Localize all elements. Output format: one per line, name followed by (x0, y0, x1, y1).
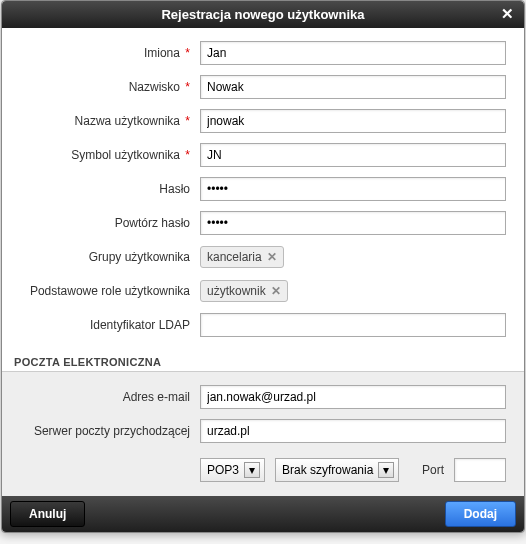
tag-remove-icon[interactable]: ✕ (271, 284, 281, 298)
required-mark: * (185, 80, 190, 94)
row-incoming-opts: POP3 ▾ Brak szyfrowania ▾ Port (20, 452, 506, 492)
nazwisko-input[interactable] (200, 75, 506, 99)
encryption-selected: Brak szyfrowania (282, 463, 373, 477)
required-mark: * (185, 148, 190, 162)
chevron-down-icon: ▾ (378, 462, 394, 478)
submit-button[interactable]: Dodaj (445, 501, 516, 527)
required-mark: * (185, 46, 190, 60)
protocol-selected: POP3 (207, 463, 239, 477)
dialog-footer: Anuluj Dodaj (2, 496, 524, 532)
label-email: Adres e-mail (20, 390, 200, 404)
label-role: Podstawowe role użytkownika (20, 284, 200, 298)
dialog-title: Rejestracja nowego użytkownika (161, 7, 364, 22)
row-role: Podstawowe role użytkownika użytkownik ✕ (20, 278, 506, 304)
row-imiona: Imiona * (20, 40, 506, 66)
dialog: Rejestracja nowego użytkownika ✕ Imiona … (1, 0, 525, 533)
haslo-input[interactable] (200, 177, 506, 201)
email-input[interactable] (200, 385, 506, 409)
tag-grupy[interactable]: kancelaria ✕ (200, 246, 284, 268)
login-input[interactable] (200, 109, 506, 133)
protocol-select[interactable]: POP3 ▾ (200, 458, 265, 482)
row-nazwisko: Nazwisko * (20, 74, 506, 100)
port-label: Port (422, 463, 444, 477)
tag-role[interactable]: użytkownik ✕ (200, 280, 288, 302)
label-grupy: Grupy użytkownika (20, 250, 200, 264)
chevron-down-icon: ▾ (244, 462, 260, 478)
label-haslo: Hasło (20, 182, 200, 196)
row-email: Adres e-mail (20, 384, 506, 410)
label-login: Nazwa użytkownika * (20, 114, 200, 128)
row-ldap: Identyfikator LDAP (20, 312, 506, 338)
label-imiona: Imiona * (20, 46, 200, 60)
row-symbol: Symbol użytkownika * (20, 142, 506, 168)
tag-remove-icon[interactable]: ✕ (267, 250, 277, 264)
symbol-input[interactable] (200, 143, 506, 167)
close-icon[interactable]: ✕ (501, 5, 514, 23)
label-incoming: Serwer poczty przychodzącej (20, 424, 200, 438)
label-nazwisko: Nazwisko * (20, 80, 200, 94)
imiona-input[interactable] (200, 41, 506, 65)
tag-text: kancelaria (207, 250, 262, 264)
ldap-input[interactable] (200, 313, 506, 337)
section-header-email: POCZTA ELEKTRONICZNA (2, 350, 524, 372)
label-symbol: Symbol użytkownika * (20, 148, 200, 162)
dialog-content: Imiona * Nazwisko * Nazwa użytkownika * (2, 28, 524, 496)
row-haslo2: Powtórz hasło (20, 210, 506, 236)
required-mark: * (185, 114, 190, 128)
section-body-email: Adres e-mail Serwer poczty przychodzącej (2, 372, 524, 496)
haslo2-input[interactable] (200, 211, 506, 235)
row-haslo: Hasło (20, 176, 506, 202)
cancel-button[interactable]: Anuluj (10, 501, 85, 527)
row-login: Nazwa użytkownika * (20, 108, 506, 134)
label-haslo2: Powtórz hasło (20, 216, 200, 230)
tag-text: użytkownik (207, 284, 266, 298)
incoming-port-input[interactable] (454, 458, 506, 482)
incoming-server-input[interactable] (200, 419, 506, 443)
row-incoming: Serwer poczty przychodzącej (20, 418, 506, 444)
encryption-select[interactable]: Brak szyfrowania ▾ (275, 458, 399, 482)
row-grupy: Grupy użytkownika kancelaria ✕ (20, 244, 506, 270)
label-ldap: Identyfikator LDAP (20, 318, 200, 332)
titlebar: Rejestracja nowego użytkownika ✕ (2, 1, 524, 28)
